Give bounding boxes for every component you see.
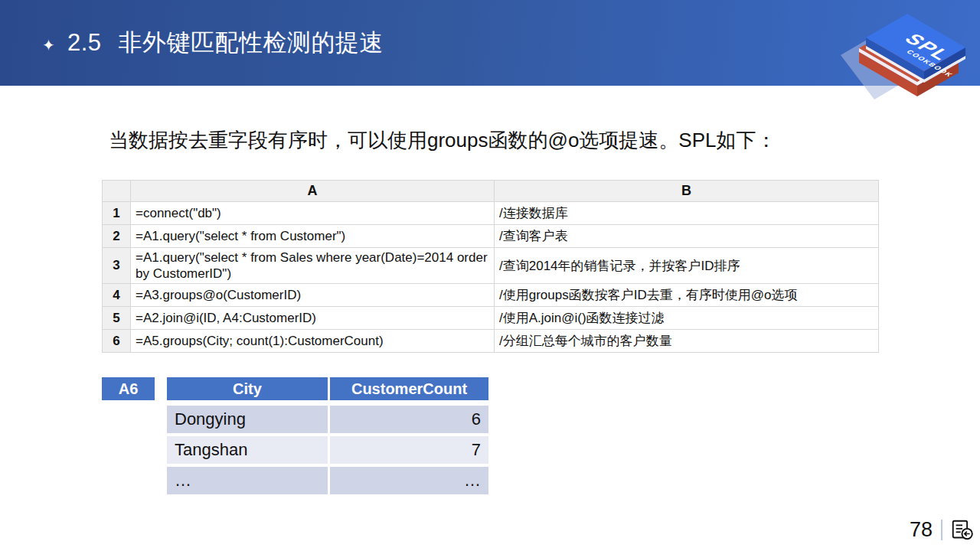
comment-cell: /连接数据库	[495, 202, 879, 225]
result-cell-city: …	[167, 467, 328, 494]
row-number: 1	[103, 202, 131, 225]
result-table: A6 City CustomerCount Dongying 6 Tangsha…	[102, 377, 488, 494]
code-row-4: 4 =A3.groups@o(CustomerID) /使用groups函数按客…	[103, 284, 879, 307]
code-cell: =A2.join@i(ID, A4:CustomerID)	[131, 307, 495, 330]
result-header-city: City	[167, 377, 328, 400]
row-number: 5	[103, 307, 131, 330]
result-corner-a6: A6	[102, 377, 155, 400]
comment-cell: /使用A.join@i()函数连接过滤	[495, 307, 879, 330]
page-title: 2.5 非外键匹配性检测的提速	[67, 0, 384, 86]
spl-cookbook-logo-icon: SPL COOKBOOK	[827, 0, 980, 107]
code-row-1: 1 =connect("db") /连接数据库	[103, 202, 879, 225]
code-row-2: 2 =A1.query("select * from Customer") /查…	[103, 225, 879, 248]
code-row-3: 3 =A1.query("select * from Sales where y…	[103, 248, 879, 284]
result-cell-count: 6	[330, 406, 488, 433]
code-row-5: 5 =A2.join@i(ID, A4:CustomerID) /使用A.joi…	[103, 307, 879, 330]
intro-text: 当数据按去重字段有序时，可以使用groups函数的@o选项提速。SPL如下：	[109, 127, 920, 153]
row-number: 4	[103, 284, 131, 307]
corner-cell	[103, 181, 131, 202]
footer-divider	[941, 520, 942, 540]
comment-cell: /查询客户表	[495, 225, 879, 248]
result-cell-city: Tangshan	[167, 436, 328, 464]
row-number: 2	[103, 225, 131, 248]
comment-cell: /查询2014年的销售记录，并按客户ID排序	[495, 248, 879, 284]
row-number: 6	[103, 330, 131, 353]
comment-cell: /分组汇总每个城市的客户数量	[495, 330, 879, 353]
back-to-contents-icon[interactable]	[951, 519, 974, 541]
column-header-a: A	[131, 181, 495, 202]
result-header-customercount: CustomerCount	[330, 377, 488, 400]
code-row-6: 6 =A5.groups(City; count(1):CustomerCoun…	[103, 330, 879, 353]
code-cell: =A3.groups@o(CustomerID)	[131, 284, 495, 307]
result-cell-city: Dongying	[167, 406, 328, 433]
row-number: 3	[103, 248, 131, 284]
result-cell-count: …	[330, 467, 488, 494]
code-table-header-row: A B	[103, 181, 879, 202]
slide: ✦ 2.5 非外键匹配性检测的提速 SPL COOKBOOK 当数据按去重字段有…	[0, 0, 980, 551]
code-cell: =A1.query("select * from Sales where yea…	[131, 248, 495, 284]
code-cell: =A1.query("select * from Customer")	[131, 225, 495, 248]
code-cell: =connect("db")	[131, 202, 495, 225]
footer: 78	[910, 518, 974, 542]
section-number: 2.5	[67, 29, 102, 57]
spl-code-table: A B 1 =connect("db") /连接数据库 2 =A1.query(…	[102, 180, 879, 353]
result-cell-count: 7	[330, 436, 488, 464]
code-cell: =A5.groups(City; count(1):CustomerCount)	[131, 330, 495, 353]
column-header-b: B	[495, 181, 879, 202]
sparkle-bullet-icon: ✦	[42, 37, 55, 53]
section-title-text: 非外键匹配性检测的提速	[119, 27, 384, 59]
comment-cell: /使用groups函数按客户ID去重，有序时使用@o选项	[495, 284, 879, 307]
page-number: 78	[910, 518, 933, 542]
